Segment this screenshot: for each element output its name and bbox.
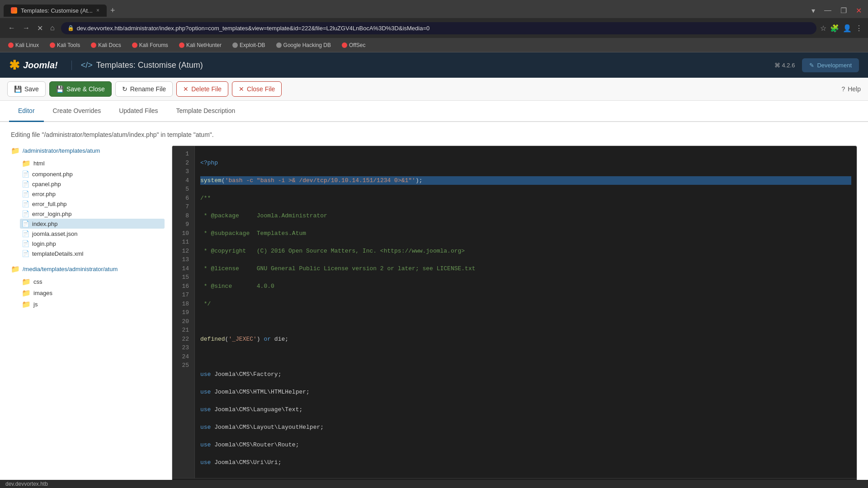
page-content: ✱ Joomla! </> Templates: Customise (Atum… [0,52,868,480]
bookmark-kali-nethunter[interactable]: Kali NetHunter [176,41,224,49]
header-right: ⌘ 4.2.6 ✎ Development [774,58,859,72]
bookmark-label: Kali NetHunter [186,42,222,48]
rename-file-button[interactable]: ↻ Rename File [115,81,173,97]
minimize-button[interactable]: — [821,5,834,15]
browser-tab-active[interactable]: Templates: Customise (At... × [4,5,107,17]
tabs-bar: Editor Create Overrides Updated Files Te… [0,101,868,122]
code-line: use Joomla\CMS\Language\Text; [200,405,851,414]
tree-file-cpanel[interactable]: 📄 cpanel.php [20,179,165,189]
tab-close-button[interactable]: × [96,7,99,14]
tree-folder-atum: 📁 /administrator/templates/atum 📁 html 📄… [11,145,165,258]
bookmark-icon [342,42,347,48]
file-icon: 📄 [22,180,29,188]
save-label: Save [24,85,39,93]
bookmark-exploit-db[interactable]: Exploit-DB [230,41,268,49]
subfolder-icon: 📁 [22,159,31,168]
save-close-button[interactable]: 💾 Save & Close [49,81,112,97]
tree-folder-images[interactable]: 📁 images [20,287,165,299]
file-tree: 📁 /administrator/templates/atum 📁 html 📄… [11,145,165,480]
dropdown-arrow[interactable]: ▾ [809,5,818,16]
tree-file-label: index.php [32,221,57,227]
folder-icon: 📁 [11,265,20,273]
code-editor[interactable]: 12345 678910 1112131415 1617181920 21222… [172,145,857,480]
address-bar-actions: ☆ 🧩 👤 ⋮ [820,24,863,33]
code-line: use Joomla\CMS\Uri\Uri; [200,458,851,467]
bookmark-kali-forums[interactable]: Kali Forums [129,41,171,49]
close-file-button[interactable]: ✕ Close File [232,81,282,97]
tree-file-error-login[interactable]: 📄 error_login.php [20,209,165,219]
new-tab-button[interactable]: + [107,4,119,17]
subfolder-icon: 📁 [22,277,31,286]
profile-icon[interactable]: 👤 [843,24,852,33]
header-title-text: Templates: Customise (Atum) [96,61,203,70]
window-controls: ▾ — ❐ ✕ [809,5,864,16]
code-line: * @copyright (C) 2016 Open Source Matter… [200,247,851,256]
code-line: use Joomla\CMS\HTML\HTMLHelper; [200,388,851,397]
bookmark-kali-docs[interactable]: Kali Docs [88,41,124,49]
maximize-button[interactable]: ❐ [838,5,849,16]
tree-file-template-details[interactable]: 📄 templateDetails.xml [20,249,165,258]
code-line: * @license GNU General Public License ve… [200,264,851,273]
tree-file-index[interactable]: 📄 index.php [20,219,165,229]
delete-file-button[interactable]: ✕ Delete File [176,81,228,97]
subfolder-icon: 📁 [22,300,31,309]
subfolder-icon: 📁 [22,289,31,297]
editor-layout: 📁 /administrator/templates/atum 📁 html 📄… [11,145,857,480]
tree-file-label: component.php [32,171,73,178]
tree-folder-css[interactable]: 📁 css [20,276,165,287]
tree-file-joomla-asset[interactable]: 📄 joomla.asset.json [20,229,165,239]
address-input-container[interactable]: 🔒 dev.devvortex.htb/administrator/index.… [61,22,816,34]
menu-icon[interactable]: ⋮ [855,24,863,33]
tree-file-error[interactable]: 📄 error.php [20,189,165,199]
joomla-logo-text: Joomla! [23,60,58,70]
bookmark-star-icon[interactable]: ☆ [820,24,826,33]
bookmark-kali-tools[interactable]: Kali Tools [47,41,83,49]
tree-file-label: error.php [32,191,56,197]
bookmark-kali-linux[interactable]: Kali Linux [5,41,42,49]
reload-button[interactable]: ✕ [34,22,46,34]
tree-file-label: joomla.asset.json [32,230,77,237]
bookmark-icon [179,42,184,48]
tree-file-label: css [33,278,42,285]
code-line: defined('_JEXEC') or die; [200,335,851,344]
url-display: dev.devvortex.htb/administrator/index.ph… [77,25,430,32]
development-button[interactable]: ✎ Development [802,58,859,72]
page-title: </> Templates: Customise (Atum) [71,61,203,70]
tree-file-login[interactable]: 📄 login.php [20,239,165,249]
close-icon: ✕ [239,85,244,93]
tab-editor[interactable]: Editor [9,101,44,122]
tab-updated-files[interactable]: Updated Files [110,101,167,122]
tree-files-atum: 📁 html 📄 component.php 📄 cpanel.php [11,158,165,258]
help-button[interactable]: ? Help [841,85,861,93]
tab-create-overrides[interactable]: Create Overrides [44,101,110,122]
bookmark-google-hacking[interactable]: Google Hacking DB [274,41,334,49]
help-icon: ? [841,85,845,93]
home-button[interactable]: ⌂ [47,22,57,34]
bookmark-offsec[interactable]: OffSec [339,41,368,49]
save-button[interactable]: 💾 Save [7,81,46,97]
tree-file-error-full[interactable]: 📄 error_full.php [20,199,165,209]
save-close-label: Save & Close [66,85,105,93]
editing-info: Editing file "/administrator/templates/a… [11,131,857,138]
tree-file-html[interactable]: 📁 html [20,158,165,169]
tree-folder-name-media[interactable]: 📁 /media/templates/administrator/atum [11,264,165,274]
rename-label: Rename File [130,85,166,93]
tree-file-component[interactable]: 📄 component.php [20,169,165,179]
delete-label: Delete File [191,85,222,93]
joomla-logo[interactable]: ✱ Joomla! [9,58,58,73]
forward-button[interactable]: → [20,22,33,34]
tree-file-label: images [33,290,52,296]
file-icon: 📄 [22,170,29,178]
tree-folder-name-atum[interactable]: 📁 /administrator/templates/atum [11,145,165,156]
tree-folder-js[interactable]: 📁 js [20,299,165,310]
back-button[interactable]: ← [5,22,18,34]
close-window-button[interactable]: ✕ [853,5,864,16]
file-icon: 📄 [22,210,29,217]
bookmark-label: Exploit-DB [240,42,265,48]
folder-label: /media/templates/administrator/atum [23,266,118,272]
tab-template-description[interactable]: Template Description [167,101,245,122]
folder-icon: 📁 [11,146,20,155]
status-url: dev.devvortex.htb [5,481,48,487]
extension-icon[interactable]: 🧩 [830,24,839,33]
code-line: * @subpackage Templates.Atum [200,229,851,238]
